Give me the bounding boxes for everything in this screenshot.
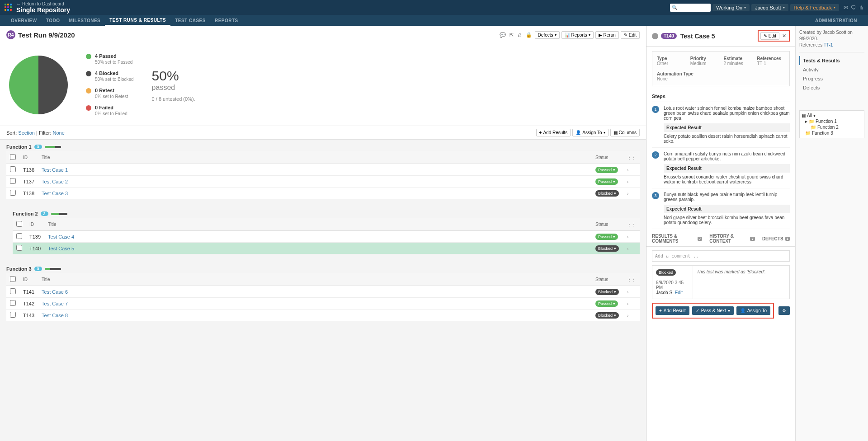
settings-button[interactable]: ⚙ [778,306,790,315]
add-result-button[interactable]: + Add Result [656,306,689,315]
tree-all[interactable]: ▦ All ▾ [802,113,862,118]
nav-administration[interactable]: ADMINISTRATION [811,15,862,26]
edit-run-button[interactable]: ✎ Edit [621,31,640,39]
edit-highlight-box: ✎ Edit ✕ [758,30,790,42]
tab-results-comments[interactable]: RESULTS & COMMENTS7 [652,234,702,244]
add-results-button[interactable]: + Add Results [536,129,571,136]
status-pill[interactable]: Blocked ▾ [595,245,619,252]
app-logo[interactable] [5,4,13,12]
sidenav-tests-results[interactable]: Tests & Results [799,56,864,65]
tree-function-1[interactable]: ▸ 📁 Function 1 [802,118,862,124]
chevron-right-icon[interactable]: › [627,313,628,318]
status-pill[interactable]: Blocked ▾ [595,289,619,295]
steps-heading: Steps [652,91,790,102]
row-checkbox[interactable] [16,233,22,239]
pass-next-button[interactable]: ✓ Pass & Next ▾ [692,306,734,315]
nav-milestones[interactable]: MILESTONES [64,15,105,26]
tree-function-2[interactable]: 📁 Function 2 [802,124,862,130]
print-icon[interactable]: 🖨 [516,31,523,38]
sort-value[interactable]: Section [18,130,35,136]
nav-test-cases[interactable]: TEST CASES [170,15,210,26]
chevron-right-icon[interactable]: › [627,301,628,306]
test-case-link[interactable]: Test Case 5 [48,246,74,251]
sidenav-defects[interactable]: Defects [799,83,864,92]
chevron-down-icon: ▾ [783,5,785,9]
test-case-link[interactable]: Test Case 7 [42,301,68,306]
filter-value[interactable]: None [53,130,65,136]
row-checkbox[interactable] [16,245,22,251]
status-pill[interactable]: Passed ▾ [595,178,618,185]
run-badge: R4 [6,30,15,39]
reports-dropdown[interactable]: 📊 Reports ▾ [561,31,594,39]
status-pill[interactable]: Blocked ▾ [595,312,619,319]
row-checkbox[interactable] [10,166,16,172]
test-case-link[interactable]: Test Case 2 [42,179,68,184]
row-checkbox[interactable] [10,190,16,196]
notification-icon[interactable]: 🗨 [851,5,856,11]
chevron-right-icon[interactable]: › [627,168,628,173]
status-pill[interactable]: Passed ▾ [595,234,618,240]
nav-reports[interactable]: REPORTS [210,15,243,26]
edit-case-button[interactable]: ✎ Edit [760,32,779,40]
table-row: T143Test Case 8Blocked ▾› [6,310,640,321]
column-config-icon[interactable]: ⋮⋮ [623,218,640,231]
test-case-link[interactable]: Test Case 4 [48,234,74,239]
row-checkbox[interactable] [10,178,16,184]
defects-dropdown[interactable]: Defects ▾ [535,31,560,39]
help-feedback-dropdown[interactable]: Help & Feedback▾ [790,4,839,11]
chevron-right-icon[interactable]: › [627,235,628,239]
user-dropdown[interactable]: Jacob Scott▾ [751,4,788,11]
select-all-checkbox[interactable] [16,221,22,227]
working-on-dropdown[interactable]: Working On▾ [712,4,750,11]
search-input[interactable]: 🔍 [670,4,711,12]
assign-to-dropdown[interactable]: 👤 Assign To ▾ [572,129,608,136]
row-checkbox[interactable] [10,300,16,306]
assign-to-button[interactable]: 👤 Assign To [736,306,770,315]
test-case-link[interactable]: Test Case 3 [42,191,68,196]
rss-icon[interactable]: ⋔ [859,5,863,11]
nav-todo[interactable]: TODO [42,15,65,26]
status-pill[interactable]: Passed ▾ [595,300,618,307]
close-icon[interactable]: ✕ [781,32,787,40]
column-config-icon[interactable]: ⋮⋮ [623,273,640,286]
select-all-checkbox[interactable] [10,154,16,160]
column-config-icon[interactable]: ⋮⋮ [623,151,640,164]
lock-icon[interactable]: 🔒 [525,31,533,39]
sidenav-progress[interactable]: Progress [799,74,864,83]
test-case-link[interactable]: Test Case 6 [42,289,68,295]
subscribe-icon[interactable]: 💬 [499,31,507,39]
section-function-2[interactable]: Function 2 2 [13,209,640,218]
status-pill[interactable]: Passed ▾ [595,167,618,173]
return-to-dashboard-link[interactable]: ← Return to Dashboard [16,1,70,6]
status-pill[interactable]: Blocked ▾ [595,190,619,197]
columns-button[interactable]: ▦ Columns [610,129,640,136]
section-function-3[interactable]: Function 3 3 [6,264,640,273]
tab-defects[interactable]: DEFECTS1 [762,234,790,244]
chevron-right-icon[interactable]: › [627,179,628,184]
rerun-button[interactable]: ▶ Rerun [595,31,619,39]
comment-input[interactable]: Add a comment .. [652,250,790,262]
edit-result-link[interactable]: Edit [675,290,683,295]
export-icon[interactable]: ⇱ [509,31,514,39]
chevron-right-icon[interactable]: › [627,290,628,295]
sort-label: Sort: [6,130,17,136]
nav-test-runs[interactable]: TEST RUNS & RESULTS [105,15,170,26]
sidenav-activity[interactable]: Activity [799,65,864,74]
retest-dot [86,88,91,94]
test-case-link[interactable]: Test Case 1 [42,167,68,173]
reference-link[interactable]: TT-1 [824,42,833,47]
row-checkbox[interactable] [10,288,16,294]
search-icon: 🔍 [672,5,677,10]
test-case-link[interactable]: Test Case 8 [42,313,68,318]
mail-icon[interactable]: ✉ [844,5,848,11]
folder-icon: 📁 [809,119,814,124]
tab-history-context[interactable]: HISTORY & CONTEXT7 [709,234,755,244]
row-checkbox[interactable] [10,312,16,318]
chevron-left-icon[interactable]: ‹ [627,246,628,251]
chevron-right-icon[interactable]: › [627,191,628,196]
select-all-checkbox[interactable] [10,276,16,282]
nav-overview[interactable]: OVERVIEW [6,15,42,26]
section-function-1[interactable]: Function 1 3 [6,142,640,151]
result-entry: Blocked 9/9/2020 3:45 PM Jacob S. Edit T… [652,265,790,299]
tree-function-3[interactable]: 📁 Function 3 [802,130,862,136]
